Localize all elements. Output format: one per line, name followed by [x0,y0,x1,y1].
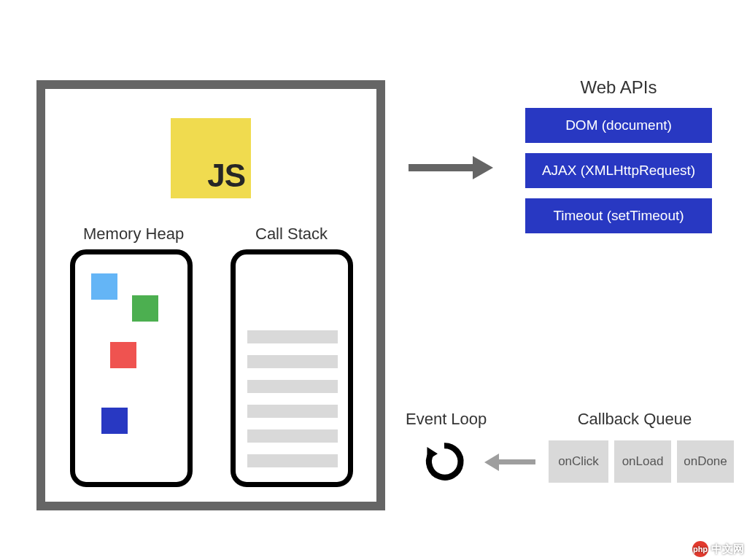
stack-frame-icon [247,330,338,343]
call-stack-panel [231,249,353,487]
callback-item-ondone: onDone [677,440,734,483]
call-stack-label: Call Stack [255,225,328,244]
stack-frame-icon [247,380,338,393]
event-loop-icon [423,440,465,483]
web-api-box-dom: DOM (document) [525,108,712,143]
callback-item-onclick: onClick [549,440,608,483]
javascript-logo-text: JS [207,158,245,194]
heap-object-icon [101,408,128,434]
stack-frame-icon [247,405,338,418]
web-api-box-timeout: Timeout (setTimeout) [525,198,712,233]
watermark-logo-icon: php [692,541,708,557]
memory-heap-panel [70,249,193,487]
memory-heap-label: Memory Heap [83,225,184,244]
heap-object-icon [91,273,117,300]
heap-object-icon [132,295,158,322]
javascript-logo: JS [171,118,251,198]
web-api-box-ajax: AJAX (XMLHttpRequest) [525,153,712,188]
js-engine-container: JS Memory Heap Call Stack [36,80,385,510]
stack-frame-icon [247,454,338,467]
heap-object-icon [110,342,136,368]
event-loop-label: Event Loop [406,410,487,429]
site-watermark: php 中文网 [692,541,744,557]
arrow-right-icon [409,159,498,176]
web-apis-title: Web APIs [525,77,712,98]
stack-frame-icon [247,429,338,443]
callback-queue-label: Callback Queue [554,410,715,429]
arrow-left-icon [484,455,535,470]
stack-frame-icon [247,355,338,368]
callback-item-onload: onLoad [614,440,671,483]
watermark-text: 中文网 [711,542,744,556]
